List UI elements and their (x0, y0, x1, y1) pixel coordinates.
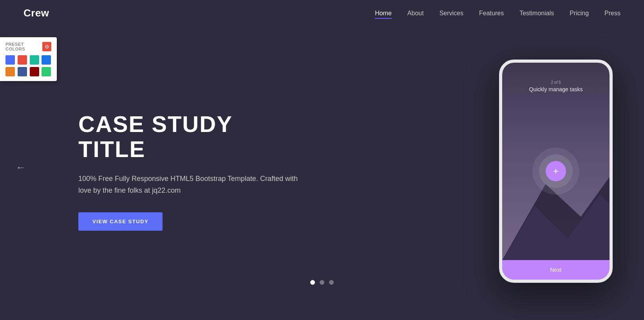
nav-item-services[interactable]: Services (440, 10, 463, 17)
phone-slide-count: 2 of 5 (502, 80, 610, 85)
color-swatch[interactable] (42, 67, 51, 76)
phone-screen-inner: 2 of 5 Quickly manage tasks + Next (502, 63, 610, 280)
color-swatch[interactable] (5, 55, 15, 65)
color-swatch[interactable] (30, 67, 39, 76)
phone-mockup: 2 of 5 Quickly manage tasks + Next (499, 60, 613, 283)
brand-logo[interactable]: Crew (24, 7, 49, 19)
slider-dot-3[interactable] (329, 280, 334, 285)
hero-content: CASE STUDY TITLE 100% Free Fully Respons… (78, 112, 306, 231)
phone-next-button[interactable]: Next (502, 260, 610, 280)
color-swatch[interactable] (5, 67, 15, 76)
phone-header: 2 of 5 Quickly manage tasks (502, 80, 610, 92)
back-arrow[interactable]: ← (16, 161, 26, 174)
view-case-study-button[interactable]: VIEW CASE STUDY (78, 212, 163, 231)
slider-dot-1[interactable] (310, 280, 315, 285)
nav-item-about[interactable]: About (407, 10, 424, 17)
phone-add-button-outer: + (532, 148, 579, 195)
hero-section: ← CASE STUDY TITLE 100% Free Fully Respo… (0, 26, 644, 308)
color-swatch[interactable] (42, 55, 51, 65)
nav-item-features[interactable]: Features (479, 10, 504, 17)
color-swatch[interactable] (18, 55, 27, 65)
nav-menu: HomeAboutServicesFeaturesTestimonialsPri… (375, 10, 620, 17)
preset-gear-button[interactable]: ⚙ (42, 42, 51, 51)
nav-item-testimonials[interactable]: Testimonials (519, 10, 554, 17)
phone-slide-title: Quickly manage tasks (502, 86, 610, 92)
preset-colors-panel: PRESET COLORS ⚙ (0, 37, 57, 81)
nav-item-press[interactable]: Press (604, 10, 620, 17)
navbar: Crew HomeAboutServicesFeaturesTestimonia… (0, 0, 644, 26)
color-swatch-grid (5, 55, 51, 76)
gear-icon: ⚙ (45, 44, 49, 50)
color-swatch[interactable] (30, 55, 39, 65)
nav-item-home[interactable]: Home (375, 10, 392, 17)
slider-dots (310, 280, 334, 285)
phone-screen: 2 of 5 Quickly manage tasks + Next (502, 63, 610, 280)
nav-item-pricing[interactable]: Pricing (570, 10, 589, 17)
hero-description: 100% Free Fully Responsive HTML5 Bootstr… (78, 173, 306, 197)
slider-dot-2[interactable] (320, 280, 324, 285)
hero-title: CASE STUDY TITLE (78, 112, 306, 162)
phone-frame: 2 of 5 Quickly manage tasks + Next (499, 60, 613, 283)
color-swatch[interactable] (18, 67, 27, 76)
phone-add-button-mid: + (539, 154, 573, 188)
phone-add-button[interactable]: + (546, 161, 566, 181)
plus-icon: + (553, 166, 559, 177)
preset-colors-label: PRESET COLORS (5, 42, 42, 51)
